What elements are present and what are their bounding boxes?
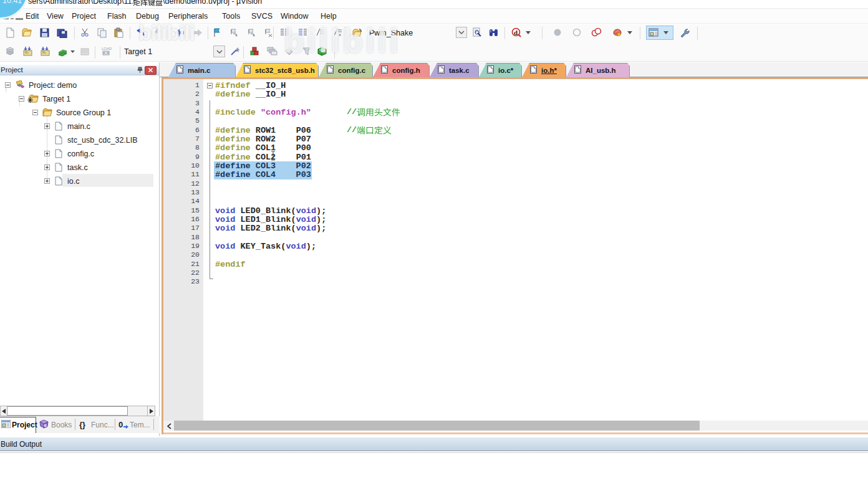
svg-text:LOAD: LOAD — [102, 47, 112, 50]
svg-text:d: d — [514, 29, 518, 36]
